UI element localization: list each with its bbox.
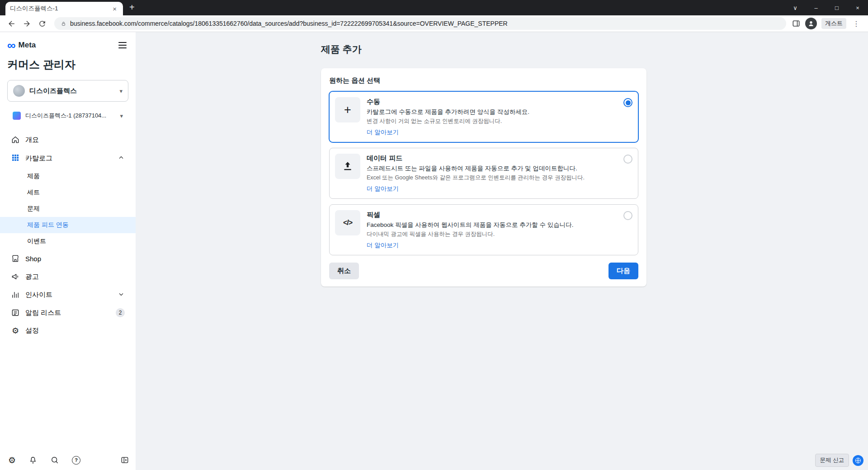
option-manual[interactable]: + 수동 카탈로그에 수동으로 제품을 추가하려면 양식을 작성하세요. 변경 … xyxy=(329,91,638,142)
nav-label: 알림 리스트 xyxy=(25,309,61,317)
search-icon xyxy=(50,456,59,465)
language-button[interactable] xyxy=(853,455,863,466)
sidebar-item-overview[interactable]: 개요 xyxy=(7,131,128,149)
page-title: 제품 추가 xyxy=(321,43,646,56)
nav-label: 인사이트 xyxy=(25,291,52,299)
collapse-sidebar-button[interactable] xyxy=(120,456,129,465)
sidebar-subitem-data-sources[interactable]: 제품 피드 연동 xyxy=(0,217,136,233)
tab-close-icon[interactable]: × xyxy=(111,5,118,13)
notifications-button[interactable] xyxy=(28,456,38,465)
sidebar-subitem-products[interactable]: 제품 xyxy=(0,168,136,184)
sidebar-subitem-sets[interactable]: 세트 xyxy=(0,184,136,201)
browser-tab[interactable]: 디스이즈플렉스-1 × xyxy=(5,2,123,15)
url-text: business.facebook.com/commerce/catalogs/… xyxy=(70,20,508,27)
sidebar-item-settings[interactable]: ⚙ 설정 xyxy=(7,322,128,339)
option-title: 픽셀 xyxy=(367,211,617,219)
option-note: 다이내믹 광고에 픽셀을 사용하는 경우 권장됩니다. xyxy=(367,230,617,238)
settings-button[interactable]: ⚙ xyxy=(8,456,16,465)
option-note: 변경 사항이 거의 없는 소규모 인벤토리에 권장됩니다. xyxy=(367,118,617,125)
window-maximize-button[interactable]: □ xyxy=(826,0,847,15)
sidebar-subitem-issues[interactable]: 문제 xyxy=(0,201,136,217)
window-close-button[interactable]: × xyxy=(847,0,868,15)
floating-bottom-right: 문제 신고 xyxy=(815,454,863,467)
sidebar-item-ads[interactable]: 광고 xyxy=(7,268,128,286)
alerts-badge: 2 xyxy=(116,308,125,317)
refresh-button[interactable] xyxy=(35,17,49,30)
card-title: 원하는 옵션 선택 xyxy=(329,76,638,85)
megaphone-icon xyxy=(11,272,20,281)
forward-icon xyxy=(23,19,31,28)
window-controls: ∨ – □ × xyxy=(785,0,868,15)
refresh-icon xyxy=(38,19,47,28)
meta-logo-icon: ∞ xyxy=(7,39,16,51)
forward-button[interactable] xyxy=(20,17,33,30)
search-button[interactable] xyxy=(50,456,59,465)
upload-icon xyxy=(335,154,360,179)
plus-icon: + xyxy=(335,97,360,122)
business-name: 디스이즈플렉스 xyxy=(29,87,77,95)
list-icon xyxy=(11,308,20,317)
option-description: Facebook 픽셀을 사용하여 웹사이트의 제품을 자동으로 추가할 수 있… xyxy=(367,221,617,229)
nav-label: 카탈로그 xyxy=(25,154,52,163)
report-problem-button[interactable]: 문제 신고 xyxy=(815,454,849,467)
browser-toolbar: business.facebook.com/commerce/catalogs/… xyxy=(0,15,868,32)
back-button[interactable] xyxy=(5,17,18,30)
chevron-down-icon xyxy=(118,291,125,299)
profile-avatar[interactable] xyxy=(805,18,817,29)
window-minimize-button[interactable]: – xyxy=(806,0,826,15)
catalog-selector[interactable]: 디스이즈플렉스-1 (28737104... ▾ xyxy=(7,108,128,123)
option-data-feed[interactable]: 데이터 피드 스프레드시트 또는 파일을 사용하여 제품을 자동으로 추가 및 … xyxy=(329,148,638,199)
caret-down-icon: ▾ xyxy=(120,113,123,119)
sidebar-item-alerts[interactable]: 알림 리스트 2 xyxy=(7,304,128,322)
tab-title: 디스이즈플렉스-1 xyxy=(10,5,111,13)
catalog-avatar xyxy=(13,112,21,120)
sidebar-subitem-events[interactable]: 이벤트 xyxy=(0,233,136,249)
business-selector[interactable]: 디스이즈플렉스 ▾ xyxy=(7,80,128,102)
gear-icon: ⚙ xyxy=(8,456,16,465)
side-panel-button[interactable] xyxy=(792,19,801,28)
collapse-panel-icon xyxy=(120,456,129,465)
sidebar-item-insights[interactable]: 인사이트 xyxy=(7,286,128,304)
address-bar[interactable]: business.facebook.com/commerce/catalogs/… xyxy=(54,17,786,30)
option-note: Excel 또는 Google Sheets와 같은 프로그램으로 인벤토리를 … xyxy=(367,174,617,182)
sidebar-item-shop[interactable]: Shop xyxy=(7,249,128,268)
sidebar-bottom-bar: ⚙ ? xyxy=(8,456,129,465)
nav-label: 광고 xyxy=(25,273,39,281)
back-icon xyxy=(7,19,16,28)
learn-more-link[interactable]: 더 알아보기 xyxy=(367,185,399,193)
catalog-name: 디스이즈플렉스-1 (28737104... xyxy=(25,112,106,120)
radio-data-feed[interactable] xyxy=(623,155,632,164)
browser-menu-icon[interactable]: ⋮ xyxy=(851,19,862,28)
cancel-button[interactable]: 취소 xyxy=(329,263,359,279)
browser-tabstrip: 디스이즈플렉스-1 × + ∨ – □ × xyxy=(0,0,868,15)
home-icon xyxy=(11,135,20,144)
learn-more-link[interactable]: 더 알아보기 xyxy=(367,241,399,249)
option-description: 카탈로그에 수동으로 제품을 추가하려면 양식을 작성하세요. xyxy=(367,108,617,116)
bell-icon xyxy=(28,456,38,465)
gear-icon: ⚙ xyxy=(11,327,20,335)
caret-down-icon: ▾ xyxy=(119,88,123,94)
help-button[interactable]: ? xyxy=(72,456,80,465)
option-title: 수동 xyxy=(367,98,617,106)
option-pixel[interactable]: </> 픽셀 Facebook 픽셀을 사용하여 웹사이트의 제품을 자동으로 … xyxy=(329,204,638,255)
next-button[interactable]: 다음 xyxy=(609,263,638,279)
chevron-up-icon xyxy=(118,154,125,163)
person-icon xyxy=(807,19,815,28)
app-title: 커머스 관리자 xyxy=(7,57,128,72)
learn-more-link[interactable]: 더 알아보기 xyxy=(367,128,399,136)
window-chevron-icon[interactable]: ∨ xyxy=(785,0,806,15)
radio-manual[interactable] xyxy=(623,98,632,107)
new-tab-button[interactable]: + xyxy=(123,2,141,15)
hamburger-menu-icon[interactable] xyxy=(117,40,128,50)
option-title: 데이터 피드 xyxy=(367,154,617,163)
meta-brand-text: Meta xyxy=(19,41,36,50)
bar-chart-icon xyxy=(11,290,20,299)
sidebar-item-catalog[interactable]: 카탈로그 xyxy=(7,149,128,168)
nav-label: 설정 xyxy=(25,326,39,335)
main-content: 제품 추가 원하는 옵션 선택 + 수동 카탈로그에 수동으로 제품을 추가하려… xyxy=(136,32,868,470)
radio-pixel[interactable] xyxy=(623,211,632,220)
nav-label: 개요 xyxy=(25,136,39,144)
side-panel-icon xyxy=(792,19,801,28)
lock-icon xyxy=(61,21,66,27)
guest-profile-chip[interactable]: 게스트 xyxy=(821,18,846,29)
